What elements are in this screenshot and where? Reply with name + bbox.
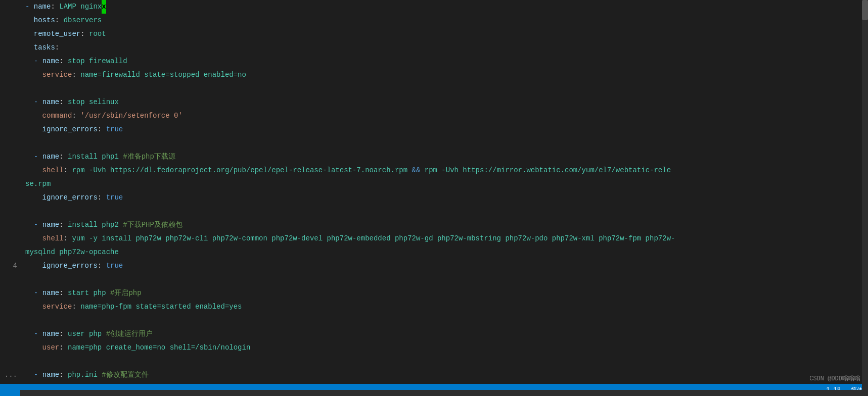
code-line-24: user: name=php create_home=no shell=/sbi… (25, 341, 868, 355)
val-service-6: name=firewalld state=stopped enabled=no (80, 68, 246, 82)
dash-16: - (34, 218, 42, 232)
code-line-17b: mysqlnd php72w-opcache (25, 245, 868, 259)
indent-20 (25, 286, 34, 300)
dash-1: - (25, 0, 34, 14)
val-name-12: install php1 (68, 150, 123, 164)
line-num-6 (0, 68, 17, 82)
code-line-8: - name: stop selinux (25, 95, 868, 109)
scrollbar-horizontal[interactable] (20, 390, 862, 396)
line-num-20: 4 (0, 259, 17, 273)
code-line-19 (25, 273, 868, 286)
dash-26: - (34, 368, 42, 382)
indent-8 (25, 95, 34, 109)
line-num-14 (0, 177, 17, 191)
indent-18 (25, 259, 42, 273)
line-num-22 (0, 286, 17, 300)
key-service-6: service (42, 68, 72, 82)
key-name-8: name (42, 95, 60, 109)
code-line-18: ignore_errors: true (25, 259, 868, 273)
code-line-2: hosts: dbservers (25, 14, 868, 27)
line-num-4 (0, 41, 17, 55)
val-name-16: install php2 (68, 218, 123, 232)
line-num-21 (0, 273, 17, 286)
line-num-13 (0, 164, 17, 177)
colon-2: : (55, 14, 64, 27)
line-num-9 (0, 109, 17, 123)
indent-4 (25, 41, 34, 55)
code-line-10: ignore_errors: true (25, 123, 868, 136)
line-num-19 (0, 245, 17, 259)
colon-20: : (59, 286, 68, 300)
indent-26 (25, 368, 34, 382)
indent-3 (25, 27, 34, 41)
indent-24 (25, 341, 42, 355)
code-line-1: - name: LAMP nginxx (25, 0, 868, 14)
code-line-14: ignore_errors: true (25, 191, 868, 205)
colon-14: : (98, 191, 106, 205)
key-shell-17: shell (42, 232, 64, 245)
val-ignore-18: true (106, 259, 123, 273)
val-ignore-10: true (106, 123, 123, 136)
indent-5 (25, 55, 34, 68)
colon-13: : (64, 164, 72, 177)
scrollbar-vertical[interactable] (862, 0, 868, 396)
line-num-5 (0, 55, 17, 68)
code-line-15 (25, 205, 868, 218)
line-num-18 (0, 232, 17, 245)
code-line-20: - name: start php #开启php (25, 286, 868, 300)
line-num-23 (0, 300, 17, 314)
key-ignore-10: ignore_errors (42, 123, 98, 136)
indent-10 (25, 123, 42, 136)
key-hosts: hosts (34, 14, 55, 27)
colon-26: : (59, 368, 68, 382)
val-name-23: user php (68, 327, 106, 341)
line-num-16 (0, 205, 17, 218)
indent-2 (25, 14, 34, 27)
key-remote-user: remote_user (34, 27, 80, 41)
val-name-8: stop selinux (68, 95, 119, 109)
line-num-10 (0, 123, 17, 136)
code-content[interactable]: - name: LAMP nginxx hosts: dbservers rem… (20, 0, 868, 396)
line-num-24 (0, 314, 17, 327)
val-name-26: php.ini (68, 368, 102, 382)
line-num-28: ... (0, 368, 17, 382)
code-line-11 (25, 136, 868, 150)
scrollbar-thumb-vertical[interactable] (862, 0, 868, 20)
colon-18: : (98, 259, 106, 273)
line-num-2 (0, 14, 17, 27)
val-service-21: name=php-fpm state=started enabled=yes (80, 300, 242, 314)
indent-16 (25, 218, 34, 232)
code-line-13: shell: rpm -Uvh https://dl.fedoraproject… (25, 164, 868, 177)
key-ignore-14: ignore_errors (42, 191, 98, 205)
indent-23 (25, 327, 34, 341)
code-line-5: - name: stop firewalld (25, 55, 868, 68)
cursor-char: x (102, 0, 106, 14)
colon-8: : (59, 95, 68, 109)
line-num-15 (0, 191, 17, 205)
key-name-12: name (42, 150, 60, 164)
indent-6 (25, 68, 42, 82)
val-shell-13b: rpm -Uvh https://mirror.webtatic.com/yum… (420, 164, 671, 177)
dash-20: - (34, 286, 42, 300)
colon-16: : (59, 218, 68, 232)
colon-12: : (59, 150, 68, 164)
key-name-16: name (42, 218, 60, 232)
colon-9: : (72, 109, 80, 123)
line-num-26 (0, 341, 17, 355)
indent-14 (25, 191, 42, 205)
line-num-25 (0, 327, 17, 341)
key-name-5: name (42, 55, 60, 68)
line-num-3 (0, 27, 17, 41)
val-shell-13: rpm -Uvh https://dl.fedoraproject.org/pu… (72, 164, 412, 177)
indent-9 (25, 109, 42, 123)
val-name-20: start php (68, 286, 110, 300)
line-num-27 (0, 355, 17, 368)
val-shell-13c: se.rpm (25, 177, 51, 191)
line-num-1 (0, 0, 17, 14)
dash-23: - (34, 327, 42, 341)
key-shell-13: shell (42, 164, 64, 177)
colon-21: : (72, 300, 80, 314)
val-name-5: stop firewalld (68, 55, 127, 68)
val-name-1: LAMP nginx (59, 0, 102, 14)
code-line-25 (25, 355, 868, 368)
